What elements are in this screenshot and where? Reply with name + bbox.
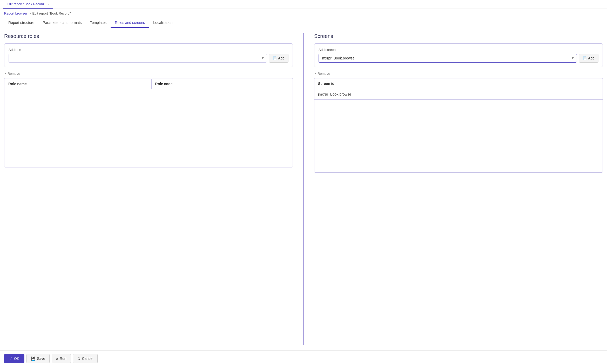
panel-divider bbox=[303, 33, 304, 345]
screens-panel: Screens Add screen ▼ 📄 Add ✕ Remove bbox=[309, 33, 603, 345]
save-label: Save bbox=[37, 356, 45, 361]
breadcrumb-current: Edit report "Book Record" bbox=[32, 11, 71, 15]
remove-role-link[interactable]: ✕ Remove bbox=[4, 70, 293, 78]
add-role-button[interactable]: 📄 Add bbox=[269, 54, 288, 63]
add-role-row: ▼ 📄 Add bbox=[9, 54, 288, 63]
screens-table: Screen id jmxrpr_Book.browse bbox=[314, 78, 603, 172]
tab-report-structure[interactable]: Report structure bbox=[4, 18, 38, 28]
roles-table-header-row: Role name Role code bbox=[5, 79, 293, 89]
resource-roles-title: Resource roles bbox=[4, 33, 293, 39]
remove-screen-label: Remove bbox=[318, 72, 330, 76]
role-select-wrapper: ▼ bbox=[9, 54, 267, 63]
role-code-header: Role code bbox=[151, 79, 292, 89]
screens-table-head: Screen id bbox=[314, 78, 603, 89]
ok-button[interactable]: ✓ OK bbox=[4, 354, 24, 363]
resource-roles-panel: Resource roles Add role ▼ 📄 Add ✕ Remov bbox=[4, 33, 298, 345]
add-screen-button[interactable]: 📄 Add bbox=[579, 54, 598, 63]
main-content: Resource roles Add role ▼ 📄 Add ✕ Remov bbox=[0, 28, 607, 350]
nav-tabs: Report structure Parameters and formats … bbox=[0, 18, 607, 28]
roles-table-empty-row bbox=[5, 89, 293, 167]
remove-role-label: Remove bbox=[8, 72, 20, 76]
add-role-icon: 📄 bbox=[273, 56, 277, 60]
add-screen-row: ▼ 📄 Add bbox=[319, 54, 598, 63]
bottom-toolbar: ✓ OK 💾 Save » Run ⊘ Cancel bbox=[0, 350, 607, 364]
screen-id-cell: jmxrpr_Book.browse bbox=[314, 89, 603, 100]
tab-localization[interactable]: Localization bbox=[149, 18, 177, 28]
ok-checkmark-icon: ✓ bbox=[9, 356, 12, 361]
screens-table-wrapper: Screen id jmxrpr_Book.browse bbox=[314, 78, 603, 173]
add-screen-button-label: Add bbox=[588, 56, 595, 60]
role-name-header: Role name bbox=[5, 79, 152, 89]
roles-table: Role name Role code bbox=[4, 78, 293, 167]
add-screen-card: Add screen ▼ 📄 Add bbox=[314, 43, 603, 67]
screens-table-empty-cell bbox=[314, 100, 603, 172]
remove-role-icon: ✕ bbox=[4, 72, 6, 75]
roles-table-body bbox=[5, 89, 293, 167]
cancel-button[interactable]: ⊘ Cancel bbox=[73, 354, 98, 363]
window-tab[interactable]: Edit report "Book Record" × bbox=[3, 0, 53, 9]
breadcrumb: Report browser > Edit report "Book Recor… bbox=[0, 9, 607, 18]
remove-screen-icon: ✕ bbox=[314, 72, 316, 75]
remove-screen-link[interactable]: ✕ Remove bbox=[314, 70, 603, 78]
cancel-icon: ⊘ bbox=[77, 356, 80, 361]
run-icon: » bbox=[56, 356, 58, 361]
add-screen-icon: 📄 bbox=[583, 56, 587, 60]
screen-input-wrapper: ▼ bbox=[319, 54, 577, 63]
window-tab-close[interactable]: × bbox=[48, 3, 49, 6]
screens-table-header-row: Screen id bbox=[314, 78, 603, 89]
run-button[interactable]: » Run bbox=[52, 354, 71, 363]
window-tab-label: Edit report "Book Record" bbox=[7, 2, 45, 6]
cancel-label: Cancel bbox=[82, 356, 93, 361]
add-role-button-label: Add bbox=[278, 56, 285, 60]
role-dropdown[interactable] bbox=[9, 54, 267, 63]
save-button[interactable]: 💾 Save bbox=[26, 354, 50, 363]
window-tab-bar: Edit report "Book Record" × bbox=[0, 0, 607, 9]
ok-label: OK bbox=[14, 356, 19, 361]
roles-table-empty-cell bbox=[5, 89, 293, 167]
breadcrumb-link[interactable]: Report browser bbox=[4, 11, 27, 15]
screens-title: Screens bbox=[314, 33, 603, 39]
add-screen-label: Add screen bbox=[319, 48, 598, 52]
roles-table-head: Role name Role code bbox=[5, 79, 293, 89]
tab-templates[interactable]: Templates bbox=[86, 18, 111, 28]
screens-table-body: jmxrpr_Book.browse bbox=[314, 89, 603, 172]
roles-table-wrapper: Role name Role code bbox=[4, 78, 293, 167]
screens-table-empty-row bbox=[314, 100, 603, 172]
tab-parameters-formats[interactable]: Parameters and formats bbox=[38, 18, 86, 28]
add-role-card: Add role ▼ 📄 Add bbox=[4, 43, 293, 67]
screen-id-header: Screen id bbox=[314, 78, 603, 89]
tab-roles-screens[interactable]: Roles and screens bbox=[111, 18, 149, 28]
table-row[interactable]: jmxrpr_Book.browse bbox=[314, 89, 603, 100]
screen-input[interactable] bbox=[319, 54, 577, 63]
save-icon: 💾 bbox=[31, 356, 35, 361]
breadcrumb-separator: > bbox=[29, 11, 31, 15]
add-role-label: Add role bbox=[9, 48, 288, 52]
run-label: Run bbox=[60, 356, 66, 361]
